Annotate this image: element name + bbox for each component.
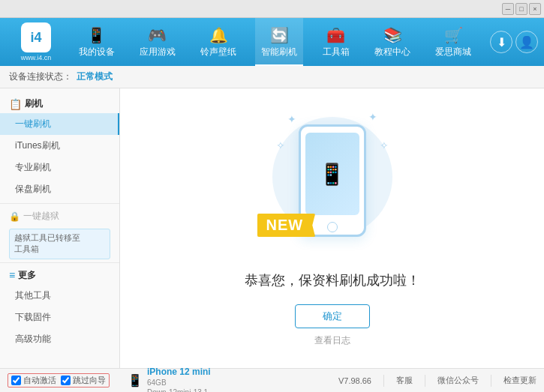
sidebar-item-advanced[interactable]: 高级功能 [0, 328, 119, 350]
nav-apps-games[interactable]: 🎮 应用游戏 [134, 18, 182, 66]
nav-ringtones[interactable]: 🔔 铃声壁纸 [194, 18, 242, 66]
nav-device-label: 我的设备 [79, 46, 115, 58]
pro-label: 专业刷机 [15, 162, 51, 172]
success-illustration: ✦ ✦ ✧ ✧ 📱 NEW [265, 109, 400, 259]
nav-ring-icon: 🔔 [209, 26, 228, 44]
save-label: 保盘刷机 [15, 184, 51, 194]
nav-store-icon: 🛒 [444, 26, 463, 44]
nav-device-icon: 📱 [87, 26, 106, 44]
skip-wizard-checkbox[interactable]: 跳过向导 [61, 375, 106, 386]
nav-tut-icon: 📚 [383, 26, 402, 44]
sparkle-2: ✦ [368, 111, 377, 123]
more-section-label: 更多 [18, 269, 36, 282]
sidebar-item-itunes-flash[interactable]: iTunes刷机 [0, 135, 119, 157]
header-right-btns: ⬇ 👤 [490, 31, 538, 53]
jailbreak-label: 一键越狱 [23, 210, 59, 223]
status-label: 设备连接状态： [9, 70, 72, 83]
divider-1 [383, 375, 384, 387]
maximize-btn[interactable]: □ [515, 3, 527, 15]
sidebar-section-more: ≡ 更多 [0, 266, 119, 285]
minimize-btn[interactable]: ─ [502, 3, 514, 15]
combined-bottom: 自动激活 跳过向导 📱 iPhone 12 mini 64GB Down-12m… [0, 368, 544, 392]
sidebar-item-one-click-flash[interactable]: 一键刷机 [0, 113, 119, 135]
phone-screen-icon: 📱 [319, 162, 345, 187]
bottom-top-row: 自动激活 跳过向导 📱 iPhone 12 mini 64GB Down-12m… [0, 369, 544, 392]
confirm-button[interactable]: 确定 [295, 304, 370, 328]
more-section-icon: ≡ [9, 269, 15, 281]
status-bar: 设备连接状态： 正常模式 [0, 66, 544, 88]
sidebar-item-other-tools[interactable]: 其他工具 [0, 285, 119, 307]
nav-flash-icon: 🔄 [270, 26, 289, 44]
one-click-label: 一键刷机 [15, 118, 51, 129]
close-btn[interactable]: × [529, 3, 541, 15]
lock-icon: 🔒 [9, 211, 20, 222]
header: i4 www.i4.cn 📱 我的设备 🎮 应用游戏 🔔 铃声壁纸 🔄 智能刷机… [0, 18, 544, 66]
log-link[interactable]: 查看日志 [314, 334, 350, 347]
nav-toolbox[interactable]: 🧰 工具箱 [317, 18, 356, 66]
nav-bar: 📱 我的设备 🎮 应用游戏 🔔 铃声壁纸 🔄 智能刷机 🧰 工具箱 📚 教程中心… [66, 18, 484, 66]
flash-section-icon: 📋 [9, 98, 22, 110]
device-details: iPhone 12 mini 64GB Down-12mini-13,1 [147, 364, 211, 393]
check-update-link[interactable]: 检查更新 [503, 375, 536, 386]
phone-home-btn [327, 222, 338, 232]
sidebar-item-pro-flash[interactable]: 专业刷机 [0, 157, 119, 178]
sidebar-locked-jailbreak: 🔒 一键越狱 [0, 207, 119, 226]
divider-3 [491, 375, 491, 387]
sidebar-item-save-flash[interactable]: 保盘刷机 [0, 178, 119, 200]
sidebar-item-download-fw[interactable]: 下载固件 [0, 307, 119, 328]
sparkle-4: ✧ [276, 139, 285, 151]
main-layout: 📋 刷机 一键刷机 iTunes刷机 专业刷机 保盘刷机 🔒 一键越狱 越狱工具… [0, 88, 544, 368]
download-fw-label: 下载固件 [15, 312, 51, 322]
logo-text: i4 [30, 30, 41, 46]
nav-ring-label: 铃声壁纸 [200, 46, 236, 58]
skip-wizard-label: 跳过向导 [73, 375, 106, 386]
auto-connect-label: 自动激活 [23, 375, 56, 386]
nav-tool-label: 工具箱 [323, 46, 350, 58]
nav-apps-icon: 🎮 [148, 26, 167, 44]
other-tools-label: 其他工具 [15, 290, 51, 301]
device-detail: 64GB Down-12mini-13,1 [147, 378, 211, 393]
auto-connect-checkbox[interactable]: 自动激活 [11, 375, 56, 386]
titlebar: ─ □ × [0, 0, 544, 18]
device-storage: 64GB [147, 378, 211, 388]
new-banner: NEW [257, 214, 316, 237]
user-btn[interactable]: 👤 [515, 31, 538, 53]
phone-screen: 📱 [305, 133, 359, 215]
logo-icon: i4 [21, 22, 51, 52]
nav-tool-icon: 🧰 [326, 26, 345, 44]
device-icon: 📱 [128, 373, 143, 388]
bottom-left: 自动激活 跳过向导 📱 iPhone 12 mini 64GB Down-12m… [8, 364, 338, 393]
customer-service-link[interactable]: 客服 [396, 375, 413, 386]
sidebar-divider-2 [0, 262, 119, 263]
auto-connect-input[interactable] [11, 376, 21, 385]
logo-subtitle: www.i4.cn [21, 54, 52, 61]
sparkle-3: ✧ [380, 139, 389, 151]
bottom-right: V7.98.66 客服 微信公众号 检查更新 [338, 375, 536, 387]
sidebar-section-flash: 📋 刷机 [0, 94, 119, 113]
divider-2 [425, 375, 425, 387]
download-btn[interactable]: ⬇ [490, 31, 512, 53]
nav-apps-label: 应用游戏 [140, 46, 176, 58]
flash-section-label: 刷机 [25, 97, 43, 110]
sidebar-notice: 越狱工具已转移至工具箱 [9, 229, 110, 259]
content-area: ✦ ✦ ✧ ✧ 📱 NEW 恭喜您，保资料刷机成功啦！ 确定 查看日志 [120, 88, 544, 368]
nav-flash-label: 智能刷机 [261, 46, 297, 58]
device-name: iPhone 12 mini [147, 367, 211, 377]
sidebar: 📋 刷机 一键刷机 iTunes刷机 专业刷机 保盘刷机 🔒 一键越狱 越狱工具… [0, 88, 120, 368]
status-value: 正常模式 [77, 70, 113, 83]
nav-tut-label: 教程中心 [374, 46, 410, 58]
nav-my-device[interactable]: 📱 我的设备 [73, 18, 121, 66]
checkbox-group: 自动激活 跳过向导 [8, 373, 110, 388]
nav-store-label: 爱思商城 [435, 46, 471, 58]
version-label: V7.98.66 [338, 376, 371, 385]
nav-store[interactable]: 🛒 爱思商城 [429, 18, 477, 66]
advanced-label: 高级功能 [15, 334, 51, 344]
device-info: 📱 iPhone 12 mini 64GB Down-12mini-13,1 [128, 364, 211, 393]
new-badge-text: NEW [266, 217, 304, 233]
sidebar-divider-1 [0, 203, 119, 204]
skip-wizard-input[interactable] [61, 376, 71, 385]
success-title: 恭喜您，保资料刷机成功啦！ [245, 271, 420, 289]
wechat-link[interactable]: 微信公众号 [437, 375, 479, 386]
nav-tutorials[interactable]: 📚 教程中心 [368, 18, 416, 66]
nav-smart-flash[interactable]: 🔄 智能刷机 [255, 18, 303, 66]
